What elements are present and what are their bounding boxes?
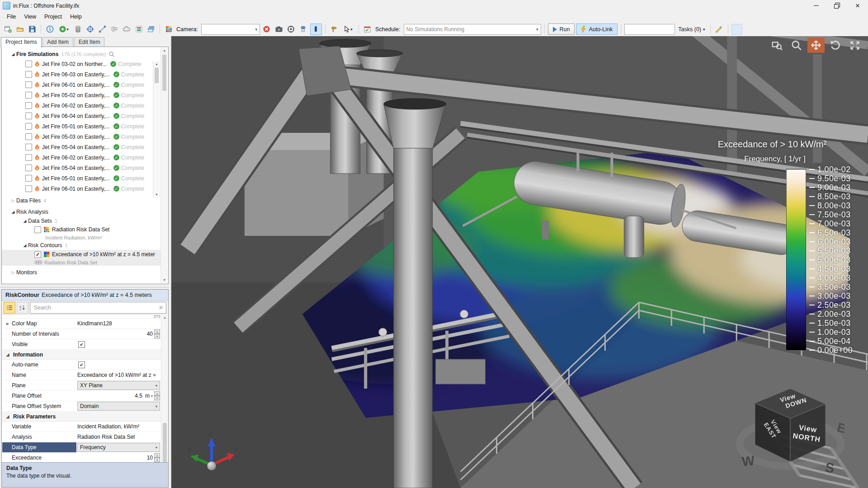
- search-input[interactable]: [33, 304, 159, 311]
- prop-row-variable[interactable]: Variable Incident Radiation, kW/m²: [2, 422, 161, 432]
- reset-view-button[interactable]: [286, 24, 297, 35]
- checkbox[interactable]: [34, 226, 41, 233]
- prop-row-color-map[interactable]: ▶Color Map Kindlmann128: [2, 319, 161, 329]
- property-grid-scrollbar[interactable]: ▴ ▾: [161, 314, 168, 471]
- prop-row-auto-name[interactable]: Auto-name ✔: [2, 360, 161, 370]
- tree-item-jet-fire[interactable]: Jet Fire 05-01 on Easterly,... ✓ Complet…: [2, 121, 168, 131]
- spinner[interactable]: ▴▾: [154, 329, 160, 338]
- prop-row-plane-offset[interactable]: Plane Offset 4.5m▾▴▾: [2, 391, 161, 401]
- scroll-up-icon[interactable]: ▴: [164, 314, 165, 321]
- expander-icon[interactable]: ▷: [10, 198, 16, 203]
- expander-icon[interactable]: ◢: [10, 210, 16, 214]
- save-button[interactable]: [27, 24, 38, 35]
- prop-row-visible[interactable]: Visible ✔: [2, 339, 161, 350]
- select-tool-button[interactable]: ▾: [341, 24, 355, 35]
- expander-icon[interactable]: ◢: [5, 414, 11, 419]
- tree-group-data-sets[interactable]: ◢ Data Sets 1: [2, 216, 168, 225]
- menu-item[interactable]: File: [3, 12, 20, 21]
- scroll-down-icon[interactable]: ▾: [163, 277, 165, 283]
- prop-value[interactable]: 10: [77, 455, 154, 461]
- tab-add-item[interactable]: Add Item: [42, 37, 73, 47]
- checkbox[interactable]: [25, 61, 32, 67]
- plane-dropdown[interactable]: XY Plane▾: [77, 381, 160, 390]
- origin-button[interactable]: [85, 24, 95, 35]
- scroll-up-icon[interactable]: ▴: [156, 61, 157, 67]
- new-project-button[interactable]: [2, 24, 13, 35]
- tree-item-jet-fire[interactable]: Jet Fire 06-02 on Easterly,... ✓ Complet…: [2, 100, 168, 111]
- prop-value[interactable]: Incident Radiation, kW/m²: [77, 423, 139, 430]
- tree-group-fire-simulations[interactable]: ◢ Fire Simulations 176 (176 complete): [2, 49, 168, 59]
- expander-icon[interactable]: ◢: [22, 219, 28, 223]
- prop-value[interactable]: Radiation Risk Data Set: [77, 434, 135, 440]
- checkbox-checked[interactable]: ✓: [34, 251, 41, 258]
- checkbox[interactable]: [25, 113, 32, 119]
- tree-item-jet-fire[interactable]: Jet Fire 06-02 on Easterly,... ✓ Complet…: [2, 152, 168, 163]
- orbit-button[interactable]: [827, 38, 844, 53]
- colormap-button[interactable]: [163, 24, 174, 35]
- wind-button[interactable]: [109, 24, 120, 35]
- toolbar-slot[interactable]: [731, 24, 742, 35]
- prop-row-number-of-intervals[interactable]: Number of Intervals 40▴▾: [2, 329, 161, 339]
- checkbox[interactable]: [25, 102, 32, 109]
- spinner[interactable]: ▴▾: [154, 453, 160, 462]
- tab-project-items[interactable]: Project Items: [1, 37, 42, 48]
- checkbox[interactable]: [25, 123, 32, 130]
- pan-button[interactable]: [807, 38, 825, 53]
- checkbox[interactable]: [25, 92, 32, 99]
- tree-item-radiation-data-set[interactable]: Radiation Risk Data Set: [2, 225, 168, 234]
- scrollbar-thumb[interactable]: [163, 423, 167, 464]
- tree-item-jet-fire[interactable]: Jet Fire 05-04 on Easterly,... ✓ Complet…: [2, 142, 168, 152]
- checkbox-checked[interactable]: ✔: [78, 361, 85, 368]
- close-button[interactable]: ×: [847, 0, 868, 11]
- tree-item-risk-contour[interactable]: ✓ Exceedance of >10 kW/m² at z = 4.5 met…: [2, 250, 161, 259]
- tree-item-jet-fire[interactable]: Jet Fire 06-04 on Easterly,... ✓ Complet…: [2, 111, 168, 121]
- tree-item-jet-fire[interactable]: Jet Fire 05-03 on Easterly,... ✓ Complet…: [2, 131, 168, 142]
- categorized-view-button[interactable]: [4, 302, 15, 314]
- prop-row-data-type[interactable]: Data Type Frequency▾: [2, 442, 161, 453]
- prop-row-name[interactable]: Name Exceedance of >10 kW/m² at z =: [2, 370, 161, 380]
- spinner[interactable]: [154, 315, 160, 319]
- expander-icon[interactable]: ◢: [5, 352, 11, 357]
- scrollbar-thumb[interactable]: [162, 55, 166, 91]
- search-icon[interactable]: [108, 51, 115, 57]
- data-type-dropdown[interactable]: Frequency▾: [77, 443, 160, 452]
- run-button[interactable]: Run: [548, 23, 575, 35]
- zoom-window-button[interactable]: [769, 38, 786, 53]
- unit-label[interactable]: m: [145, 393, 150, 399]
- tree-item-jet-fire[interactable]: Jet Fire 03-02 on Norther... ✓ Complete: [2, 59, 168, 69]
- scroll-up-icon[interactable]: ▴: [163, 47, 165, 54]
- expander-icon[interactable]: ▷: [10, 270, 16, 275]
- prop-value[interactable]: Exceedance of >10 kW/m² at z =: [77, 372, 156, 378]
- prop-value[interactable]: Kindlmann128: [77, 320, 112, 327]
- cloud-button[interactable]: [121, 24, 132, 35]
- prop-value[interactable]: 40: [77, 331, 154, 337]
- tree-item-jet-fire[interactable]: Jet Fire 05-01 on Easterly,... ✓ Complet…: [2, 173, 168, 183]
- edit-button[interactable]: [714, 24, 725, 35]
- prop-row-analysis[interactable]: Analysis Radiation Risk Data Set: [2, 432, 161, 442]
- tree-item-jet-fire[interactable]: Jet Fire 06-01 on Easterly,... ✓ Complet…: [2, 183, 168, 194]
- viewport-3d[interactable]: Exceedance of > 10 kW/m² Frequency, [ 1/…: [171, 36, 868, 488]
- tree-group-risk-analysis[interactable]: ◢ Risk Analysis: [2, 207, 168, 216]
- prop-row-exceedance[interactable]: Exceedance 10▴▾: [2, 453, 161, 463]
- snapshot-button[interactable]: [274, 24, 284, 35]
- minimize-button[interactable]: [806, 0, 826, 11]
- tab-edit-item[interactable]: Edit Item: [74, 37, 104, 47]
- clear-search-icon[interactable]: ✕: [159, 305, 163, 311]
- tree-group-data-files[interactable]: ▷ Data Files 4: [2, 196, 168, 205]
- restore-button[interactable]: [826, 0, 847, 11]
- tree-item-jet-fire[interactable]: Jet Fire 06-01 on Easterly,... ✓ Complet…: [2, 80, 168, 90]
- spinner[interactable]: ▴▾: [154, 391, 160, 400]
- expander-icon[interactable]: ▶: [5, 322, 10, 326]
- checkbox-checked[interactable]: ✔: [78, 341, 85, 348]
- schedule-select[interactable]: No Simulations Running ▾: [404, 24, 541, 35]
- scroll-down-icon[interactable]: ▾: [156, 192, 157, 198]
- tree-group-risk-contours[interactable]: ◢ Risk Contours 1: [2, 241, 168, 250]
- prop-value[interactable]: 4.5: [77, 393, 144, 399]
- tree-item-jet-fire[interactable]: Jet Fire 05-04 on Easterly,... ✓ Complet…: [2, 163, 168, 173]
- checkbox[interactable]: [25, 81, 32, 88]
- tree-item-jet-fire[interactable]: Jet Fire 06-03 on Easterly,... ✓ Complet…: [2, 69, 168, 80]
- menu-item[interactable]: Project: [40, 12, 66, 21]
- window-stack-button[interactable]: [146, 24, 156, 35]
- category-information[interactable]: ◢ Information: [2, 350, 161, 360]
- add-item-button[interactable]: ▾: [57, 24, 71, 35]
